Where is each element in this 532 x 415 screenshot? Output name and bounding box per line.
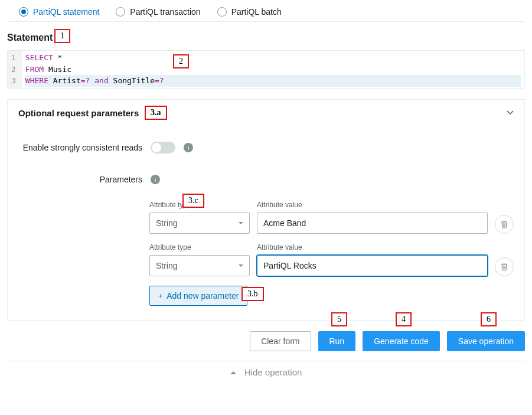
statement-heading: Statement	[7, 32, 525, 43]
radio-icon	[217, 7, 227, 17]
optional-panel-title: Optional request parameters	[18, 108, 139, 118]
attribute-type-label: Attribute type	[149, 201, 250, 209]
delete-parameter-button[interactable]	[495, 257, 514, 276]
generate-code-button[interactable]: Generate code	[363, 331, 440, 351]
radio-icon	[116, 7, 125, 17]
run-button[interactable]: Run	[318, 331, 356, 351]
parameters-label: Parameters	[18, 175, 142, 184]
strongly-consistent-toggle[interactable]	[151, 142, 175, 153]
page-root: PartiQL statement PartiQL transaction Pa…	[0, 0, 532, 383]
info-icon[interactable]: i	[151, 175, 160, 184]
tab-label: PartiQL statement	[33, 7, 99, 17]
attribute-value-input[interactable]	[257, 255, 488, 276]
radio-icon	[19, 7, 28, 17]
caret-down-icon	[239, 222, 243, 224]
attribute-type-label: Attribute type	[149, 243, 250, 251]
parameter-row: Attribute type String Attribute value	[149, 243, 514, 276]
attribute-type-select[interactable]: String	[149, 213, 250, 234]
code-editor[interactable]: 1 2 3 SELECT *FROM MusicWHERE Artist=? a…	[7, 50, 525, 89]
delete-parameter-button[interactable]	[495, 215, 514, 234]
code-gutter: 1 2 3	[8, 51, 22, 88]
plus-icon: +	[158, 291, 163, 300]
clear-form-button[interactable]: Clear form	[250, 331, 311, 351]
optional-panel-body: Enable strongly consistent reads i Param…	[8, 126, 524, 320]
tab-row: PartiQL statement PartiQL transaction Pa…	[7, 0, 525, 22]
optional-panel-header[interactable]: Optional request parameters 3.a	[8, 100, 524, 126]
tab-partiql-statement[interactable]: PartiQL statement	[19, 7, 99, 17]
chevron-down-icon	[507, 110, 514, 115]
tab-partiql-transaction[interactable]: PartiQL transaction	[116, 7, 200, 17]
caret-up-icon	[230, 371, 236, 374]
attribute-value-label: Attribute value	[257, 201, 488, 209]
optional-panel: Optional request parameters 3.a Enable s…	[7, 99, 525, 321]
parameter-row: Attribute type String Attribute value	[149, 201, 514, 234]
parameters-block: 3.c Attribute type String Attribute valu…	[8, 201, 524, 306]
save-operation-button[interactable]: Save operation	[447, 331, 525, 351]
tab-label: PartiQL transaction	[130, 7, 200, 17]
info-icon[interactable]: i	[184, 143, 193, 152]
attribute-value-label: Attribute value	[257, 243, 488, 251]
strongly-consistent-label: Enable strongly consistent reads	[18, 143, 142, 152]
tab-label: PartiQL batch	[231, 7, 282, 17]
annotation-3a: 3.a	[145, 106, 167, 120]
caret-down-icon	[239, 264, 243, 267]
attribute-type-select[interactable]: String	[149, 255, 250, 276]
tab-partiql-batch[interactable]: PartiQL batch	[217, 7, 282, 17]
attribute-value-input[interactable]	[257, 213, 488, 234]
add-parameter-button[interactable]: + Add new parameter	[149, 286, 247, 306]
footer-buttons: 5 4 6 Clear form Run Generate code Save …	[7, 321, 525, 357]
hide-operation-bar[interactable]: Hide operation	[7, 361, 525, 383]
code-lines: SELECT *FROM MusicWHERE Artist=? and Son…	[22, 51, 524, 88]
